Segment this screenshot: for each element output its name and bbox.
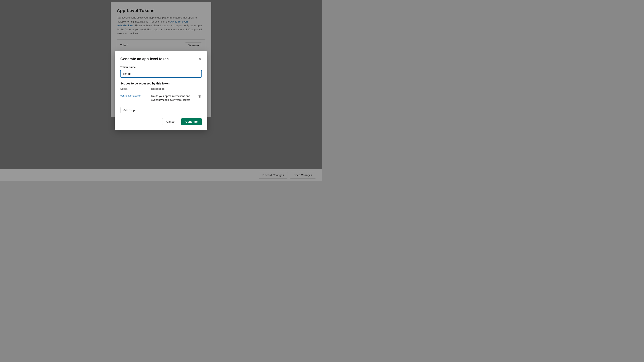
scopes-section: Scopes to be accessed by this token Scop… bbox=[120, 82, 202, 113]
scope-description: Route your app's interactions and event … bbox=[151, 92, 194, 104]
cancel-button[interactable]: Cancel bbox=[162, 118, 180, 125]
scope-row: connections:write Route your app's inter… bbox=[120, 92, 202, 104]
token-name-field-container: Token Name bbox=[120, 65, 202, 77]
scopes-label: Scopes to be accessed by this token bbox=[120, 82, 202, 85]
token-name-label: Token Name bbox=[120, 65, 202, 69]
description-col-header: Description bbox=[151, 87, 194, 92]
generate-button[interactable]: Generate bbox=[181, 118, 202, 125]
modal-footer: Cancel Generate bbox=[120, 118, 202, 125]
scope-col-header: Scope bbox=[120, 87, 151, 92]
modal-close-button[interactable]: × bbox=[198, 57, 202, 61]
generate-token-modal: Generate an app-level token × Token Name… bbox=[115, 51, 207, 130]
delete-scope-button[interactable]: 🗑 bbox=[198, 94, 202, 98]
modal-overlay[interactable]: Generate an app-level token × Token Name… bbox=[0, 0, 322, 181]
scope-action-cell: 🗑 bbox=[194, 92, 202, 104]
scopes-table: Scope Description connections:write Rout… bbox=[120, 87, 202, 104]
scope-name: connections:write bbox=[120, 92, 151, 104]
modal-title: Generate an app-level token bbox=[120, 57, 169, 61]
token-name-input[interactable] bbox=[120, 70, 202, 77]
modal-header: Generate an app-level token × bbox=[120, 57, 202, 61]
add-scope-button[interactable]: Add Scope bbox=[120, 107, 139, 113]
